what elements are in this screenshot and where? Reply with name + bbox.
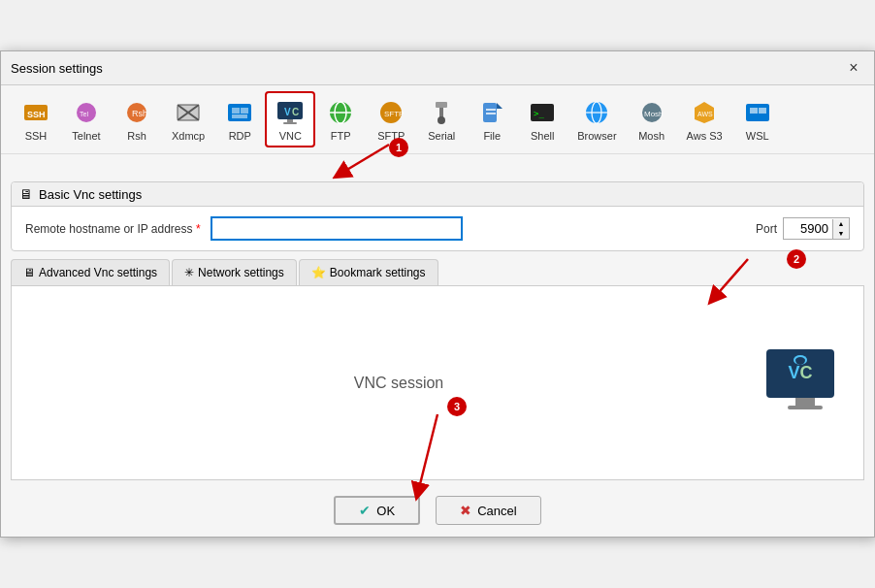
svg-rect-40 [750,108,758,114]
close-button[interactable]: × [843,57,864,79]
monitor-icon: 🖥 [19,186,33,202]
ok-icon: ✔ [359,503,371,518]
ssh-label: SSH [25,130,48,142]
svg-text:Rsh: Rsh [132,109,147,118]
protocol-item-vnc[interactable]: V C VNC [265,91,315,147]
port-label: Port [756,222,777,236]
protocol-item-ftp[interactable]: FTP [315,91,366,147]
svg-rect-10 [232,108,240,114]
monitor-stand [795,398,815,406]
wsl-icon [742,97,773,128]
tab-advanced[interactable]: 🖥Advanced Vnc settings [11,259,170,285]
browser-label: Browser [577,130,616,142]
vnc-session-label: VNC session [354,375,443,392]
protocol-item-awss3[interactable]: AWSAws S3 [677,91,732,147]
protocol-item-browser[interactable]: Browser [567,91,626,147]
svg-text:AWS: AWS [697,111,713,117]
protocol-item-shell[interactable]: >_Shell [517,91,567,147]
hostname-label: Remote hostname or IP address * [25,222,201,236]
svg-text:SSH: SSH [27,110,46,119]
browser-icon [581,97,612,128]
ftp-icon [325,97,356,128]
protocol-item-file[interactable]: File [467,91,517,147]
network-tab-icon: ✳ [184,266,194,279]
shell-icon: >_ [527,97,558,128]
telnet-label: Telnet [72,130,100,142]
svg-text:>_: >_ [534,109,544,118]
svg-rect-17 [283,122,297,124]
protocol-item-telnet[interactable]: TelTelnet [61,91,112,147]
sftp-label: SFTP [377,130,405,142]
advanced-tab-label: Advanced Vnc settings [39,266,157,279]
vnc-c-letter: C [800,363,813,383]
svg-text:Mosh: Mosh [644,110,664,118]
basic-settings-section: 🖥 Basic Vnc settings Remote hostname or … [11,181,864,251]
basic-settings-title: Basic Vnc settings [39,187,142,202]
awss3-label: Aws S3 [687,130,723,142]
protocol-item-sftp[interactable]: SFTPSFTP [366,91,416,147]
svg-rect-26 [483,103,497,122]
svg-rect-16 [287,119,293,122]
svg-rect-11 [241,108,248,114]
port-decrement-button[interactable]: ▼ [833,229,849,239]
vnc-icon: V C [275,97,306,128]
protocol-item-mosh[interactable]: MoshMosh [627,91,677,147]
bookmark-tab-icon: ⭐ [311,266,326,279]
svg-rect-12 [232,114,247,118]
basic-settings-header: 🖥 Basic Vnc settings [12,182,863,207]
file-label: File [483,130,501,142]
protocol-item-serial[interactable]: Serial [416,91,467,147]
vnc-large-icon: V C [766,349,844,417]
vnc-loop-icon [794,355,807,365]
port-increment-button[interactable]: ▲ [833,219,849,229]
protocol-item-xdmcp[interactable]: Xdmcp [162,91,214,147]
svg-text:C: C [292,107,299,117]
protocol-item-wsl[interactable]: WSL [732,91,783,147]
cancel-button[interactable]: ✖ Cancel [436,496,540,525]
svg-text:V: V [284,107,291,117]
cancel-icon: ✖ [460,503,471,518]
port-group: Port ▲ ▼ [756,217,850,240]
button-row: ✔ OK ✖ Cancel [1,484,874,537]
hostname-field-row: Remote hostname or IP address * Port ▲ ▼ [25,216,850,241]
protocol-item-rdp[interactable]: RDP [214,91,265,147]
rdp-label: RDP [229,130,251,142]
tab-bookmark[interactable]: ⭐Bookmark settings [299,259,438,285]
monitor-base [788,406,823,409]
dialog-title: Session settings [11,61,103,76]
port-spinners: ▲ ▼ [832,219,849,239]
tab-content: VNC session V C [11,286,864,480]
ok-button[interactable]: ✔ OK [334,496,420,525]
svg-rect-41 [759,108,766,114]
awss3-icon: AWS [689,97,720,128]
serial-icon [426,97,457,128]
monitor-display: V C [766,349,834,398]
session-settings-dialog: Session settings × SSHSSHTelTelnetRshRsh… [0,50,875,538]
shell-label: Shell [531,130,554,142]
protocol-item-rsh[interactable]: RshRsh [112,91,162,147]
vnc-v-letter: V [788,363,799,383]
tabs-header: 🖥Advanced Vnc settings✳Network settings⭐… [11,259,864,286]
port-input[interactable] [784,218,832,239]
file-icon [476,97,507,128]
tab-network[interactable]: ✳Network settings [172,259,297,285]
tabs-section: 🖥Advanced Vnc settings✳Network settings⭐… [11,259,864,480]
xdmcp-label: Xdmcp [172,130,205,142]
ftp-label: FTP [331,130,351,142]
title-bar: Session settings × [1,51,874,85]
svg-marker-27 [497,103,502,109]
svg-point-25 [438,116,445,124]
mosh-label: Mosh [638,130,664,142]
network-tab-label: Network settings [198,266,284,279]
basic-settings-content: Remote hostname or IP address * Port ▲ ▼ [12,207,863,250]
telnet-icon: Tel [71,97,102,128]
svg-text:SFTP: SFTP [384,110,404,118]
rdp-icon [224,97,255,128]
protocol-item-ssh[interactable]: SSHSSH [11,91,61,147]
hostname-input[interactable] [211,216,463,241]
ssh-icon: SSH [20,97,51,128]
svg-rect-23 [436,102,447,108]
rsh-icon: Rsh [121,97,152,128]
vnc-label: VNC [279,130,302,142]
wsl-label: WSL [746,130,769,142]
